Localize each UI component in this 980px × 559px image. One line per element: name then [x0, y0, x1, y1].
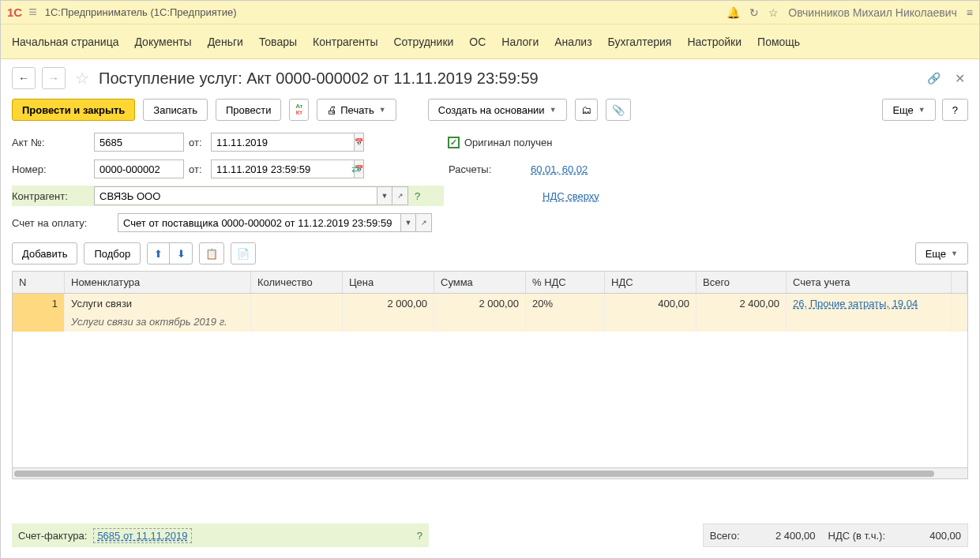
nav-forward-button[interactable]: →	[42, 67, 66, 89]
invoice-facture-label: Счет-фактура:	[18, 530, 87, 542]
refresh-icon[interactable]: ⇄	[351, 163, 360, 175]
menu-docs[interactable]: Документы	[134, 36, 191, 48]
cell-sum[interactable]: 2 000,00	[434, 294, 526, 332]
user-name[interactable]: Овчинников Михаил Николаевич	[788, 6, 956, 19]
create-based-button[interactable]: Создать на основании▼	[428, 99, 567, 121]
menu-contragents[interactable]: Контрагенты	[313, 36, 377, 48]
contragent-help[interactable]: ?	[415, 190, 420, 202]
copy-button[interactable]: 📋	[199, 242, 224, 264]
calc-label: Расчеты:	[449, 163, 531, 175]
open-icon[interactable]: ↗	[392, 186, 408, 205]
toolbar: Провести и закрыть Записать Провести АтК…	[1, 94, 979, 132]
paste-button[interactable]: 📄	[231, 242, 256, 264]
number-date-input[interactable]	[211, 159, 354, 178]
move-down-icon[interactable]: ⬇	[170, 243, 192, 264]
bell-icon[interactable]: 🔔	[727, 6, 740, 19]
doc-header: ← → ☆ Поступление услуг: Акт 0000-000002…	[1, 59, 979, 94]
structure-button[interactable]: 🗂	[575, 99, 598, 121]
write-button[interactable]: Записать	[143, 99, 208, 121]
close-icon[interactable]: ✕	[955, 71, 965, 86]
help-button[interactable]: ?	[942, 99, 968, 121]
col-qty[interactable]: Количество	[251, 272, 343, 293]
menu-employees[interactable]: Сотрудники	[394, 36, 454, 48]
total-value: 2 400,00	[745, 530, 816, 542]
act-no-label: Акт №:	[12, 137, 94, 148]
vat-value: 400,00	[890, 530, 961, 542]
col-n[interactable]: N	[13, 272, 65, 293]
cell-n[interactable]: 1	[13, 294, 65, 332]
menu-help[interactable]: Помощь	[757, 36, 800, 48]
act-no-input[interactable]	[94, 133, 184, 152]
calendar-icon[interactable]: 📅	[354, 133, 364, 152]
printer-icon: 🖨	[327, 104, 337, 116]
footer: Счет-фактура: 5685 от 11.11.2019 ? Всего…	[1, 523, 979, 547]
menu-os[interactable]: ОС	[469, 36, 486, 48]
col-sum[interactable]: Сумма	[434, 272, 526, 293]
table: N Номенклатура Количество Цена Сумма % Н…	[12, 271, 968, 468]
title-bar: 1С ≡ 1С:Предприниматель (1С:Предприятие)…	[1, 1, 979, 24]
menu-accounting[interactable]: Бухгалтерия	[608, 36, 672, 48]
cell-price[interactable]: 2 000,00	[343, 294, 434, 332]
hamburger-icon[interactable]: ≡	[28, 4, 37, 21]
contragent-label: Контрагент:	[12, 190, 94, 202]
number-label: Номер:	[12, 163, 94, 175]
add-button[interactable]: Добавить	[12, 242, 77, 264]
link-icon[interactable]: 🔗	[927, 72, 941, 84]
pick-button[interactable]: Подбор	[84, 242, 141, 264]
original-label: Оригинал получен	[464, 137, 552, 148]
table-more-button[interactable]: Еще▼	[915, 242, 968, 264]
cell-nom[interactable]: Услуги связи Услуги связи за октябрь 201…	[65, 294, 251, 332]
scrollbar[interactable]	[12, 468, 968, 479]
col-nom[interactable]: Номенклатура	[65, 272, 251, 293]
col-vats[interactable]: НДС	[605, 272, 697, 293]
act-date-input[interactable]	[211, 133, 354, 152]
col-acc[interactable]: Счета учета	[787, 272, 952, 293]
contragent-input[interactable]	[94, 186, 377, 205]
table-toolbar: Добавить Подбор ⬆ ⬇ 📋 📄 Еще▼	[1, 239, 979, 268]
original-checkbox[interactable]: ✓	[448, 137, 460, 148]
doc-title: Поступление услуг: Акт 0000-000002 от 11…	[99, 69, 921, 88]
cell-vat[interactable]: 20%	[526, 294, 605, 332]
cell-tot[interactable]: 2 400,00	[697, 294, 787, 332]
dropdown-icon[interactable]: ▼	[400, 213, 416, 232]
invoice-input[interactable]	[118, 213, 400, 232]
menu-settings[interactable]: Настройки	[687, 36, 742, 48]
calc-link[interactable]: 60.01, 60.02	[531, 163, 588, 175]
post-button[interactable]: Провести	[216, 99, 282, 121]
dropdown-icon[interactable]: ▼	[377, 186, 392, 205]
col-vat[interactable]: % НДС	[526, 272, 605, 293]
cell-qty[interactable]	[251, 294, 343, 332]
star-icon[interactable]: ☆	[768, 6, 779, 19]
dtkt-button[interactable]: АтКт	[289, 99, 309, 121]
attach-button[interactable]: 📎	[606, 99, 631, 121]
post-and-close-button[interactable]: Провести и закрыть	[12, 99, 135, 121]
invoice-facture-help[interactable]: ?	[417, 530, 422, 542]
favorite-star-icon[interactable]: ☆	[75, 69, 89, 88]
menu-analysis[interactable]: Анализ	[554, 36, 591, 48]
form-area: Акт №: от: 📅 ✓ Оригинал получен Номер: о…	[1, 132, 979, 233]
invoice-label: Счет на оплату:	[12, 217, 118, 229]
number-input[interactable]	[94, 159, 184, 178]
menu-money[interactable]: Деньги	[208, 36, 243, 48]
vat-mode-link[interactable]: НДС сверху	[543, 190, 599, 202]
menu-home[interactable]: Начальная страница	[12, 36, 118, 48]
menu-icon[interactable]: ≡	[967, 6, 973, 19]
col-tot[interactable]: Всего	[697, 272, 787, 293]
invoice-facture-link[interactable]: 5685 от 11.11.2019	[93, 528, 191, 543]
app-logo: 1С	[7, 6, 22, 19]
history-icon[interactable]: ↻	[749, 6, 759, 19]
col-price[interactable]: Цена	[343, 272, 434, 293]
more-button[interactable]: Еще▼	[882, 99, 935, 121]
nav-back-button[interactable]: ←	[12, 67, 36, 89]
total-label: Всего:	[710, 530, 740, 542]
table-row[interactable]: 1 Услуги связи Услуги связи за октябрь 2…	[13, 294, 967, 332]
move-up-icon[interactable]: ⬆	[148, 243, 170, 264]
print-button[interactable]: 🖨Печать▼	[317, 99, 396, 121]
menu-taxes[interactable]: Налоги	[501, 36, 539, 48]
main-menu: Начальная страница Документы Деньги Това…	[1, 24, 979, 59]
cell-vats[interactable]: 400,00	[605, 294, 697, 332]
open-icon[interactable]: ↗	[416, 213, 432, 232]
menu-goods[interactable]: Товары	[259, 36, 297, 48]
table-header: N Номенклатура Количество Цена Сумма % Н…	[13, 272, 967, 294]
cell-acc[interactable]: 26, Прочие затраты, 19.04	[787, 294, 952, 332]
